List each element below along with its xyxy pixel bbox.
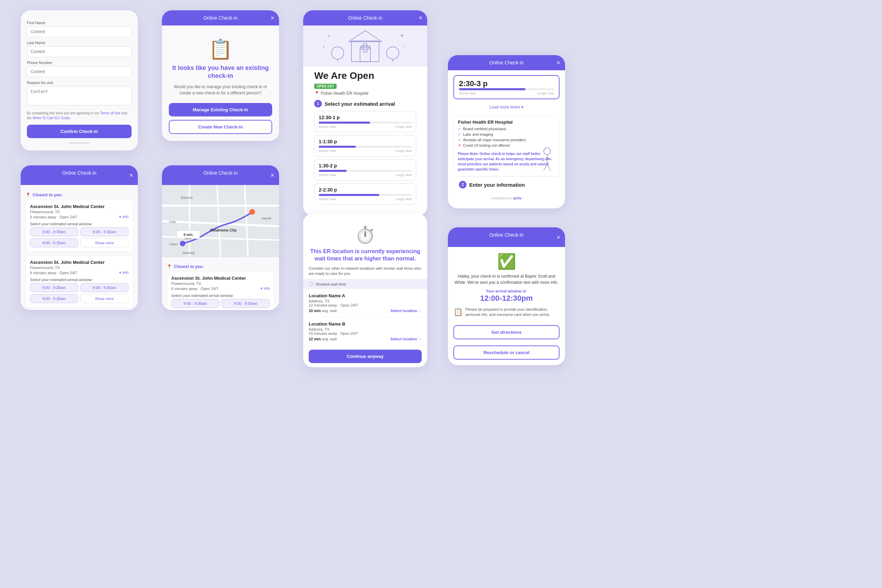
confirm-close-button[interactable]: × xyxy=(556,234,560,241)
arrival-section: 1 Select your estimated arrival 12:30-1 … xyxy=(309,100,422,212)
close-button[interactable]: × xyxy=(270,15,274,22)
loc2-meta: 6 minutes away Open 24/7 ▾ info xyxy=(30,270,129,275)
check-icon-2: ✓ xyxy=(458,132,461,137)
loc2-info-link[interactable]: ▾ info xyxy=(119,270,129,275)
confirm-header-title: Online Check-in xyxy=(489,232,524,238)
svg-text:travel: travel xyxy=(184,237,192,240)
time-row-3[interactable]: 1:30-2 p Shorter Wait Longer Wait xyxy=(314,159,416,180)
open-hospital: 📍 Fisher Health ER Hospital xyxy=(309,91,422,100)
times-close-button[interactable]: × xyxy=(556,59,560,66)
selected-time-box: 2:30-3 p Shorter Wait Longer Wait xyxy=(453,75,560,99)
locations-card: Online Check-in POWERED BY ARRIV × 📍 Clo… xyxy=(21,165,138,310)
create-new-button[interactable]: Create New Check-in xyxy=(169,120,272,134)
time-label-2: 1-1:30 p xyxy=(319,139,412,144)
loc1-slot-1[interactable]: 9:00 - 9:30am xyxy=(30,227,78,236)
confirm-checkin-button[interactable]: Confirm Check-in xyxy=(27,125,132,138)
confirm-text: Hailey, your check-in is confirmed at Ba… xyxy=(453,273,560,285)
map-close-button[interactable]: × xyxy=(270,171,274,179)
time-row-4[interactable]: 2-2:30 p Shorter Wait Longer Wait xyxy=(314,183,416,205)
open-title: We Are Open xyxy=(309,67,422,82)
location-item-2: Ascension St. John Medical Center Flower… xyxy=(26,255,133,308)
last-name-label: Last Name xyxy=(27,40,132,45)
card-header: Online Check-in × xyxy=(162,10,279,26)
map-location-item: Ascension St. John Medical Center Flower… xyxy=(167,271,274,310)
last-name-input[interactable] xyxy=(27,46,132,57)
nurse-illustration: + xyxy=(538,147,556,172)
wait-loc-b-name: Location Name B xyxy=(309,321,422,327)
arrival-step: 1 Select your estimated arrival xyxy=(314,100,416,108)
form-card: First Name Last Name Phone Number Reason… xyxy=(21,10,138,150)
map-arrival-label: Select your estimated arrival window: xyxy=(171,294,270,298)
loc2-slot-3[interactable]: 9:00 - 9:30am xyxy=(30,294,78,303)
first-name-input[interactable] xyxy=(27,26,132,37)
loc1-slot-3[interactable]: 9:00 - 9:30am xyxy=(30,238,78,248)
open-header: Online Check-in × xyxy=(303,10,427,26)
longer-wait-1: Longer Wait xyxy=(395,125,412,129)
svg-point-8 xyxy=(249,209,255,214)
map-slot-2[interactable]: 9:00 - 9:30am xyxy=(222,299,270,308)
time-label-4: 2-2:30 p xyxy=(319,187,412,192)
cross-icon-4: ✕ xyxy=(458,143,461,148)
agreement-text: By completing this form you are agreeing… xyxy=(27,111,132,120)
we-are-open-card: Online Check-in × + ✦ ✦ + We Are Open OP… xyxy=(303,10,427,216)
powered-by-loc: POWERED BY ARRIV xyxy=(61,176,98,180)
hospital-info-name: Fisher Health ER Hospital xyxy=(458,120,555,125)
header-title-loc: Online Check-in xyxy=(62,170,96,176)
map-slot-1[interactable]: 9:00 - 9:30am xyxy=(171,299,219,308)
longer-wait-sel: Longer Wait xyxy=(537,92,554,95)
step-num-2: 2 xyxy=(459,181,466,188)
loc2-slot-1[interactable]: 9:00 - 9:30am xyxy=(30,283,78,292)
time-row-1[interactable]: 12:30-1 p Shorter Wait Longer Wait xyxy=(314,111,416,132)
note-icon: 📋 xyxy=(453,307,463,318)
continue-button[interactable]: Continue anyway xyxy=(309,350,422,363)
svg-text:+: + xyxy=(327,33,330,39)
map-loc-name: Ascension St. John Medical Center xyxy=(171,276,270,281)
map-time-slots: 9:00 - 9:30am 9:00 - 9:30am 9:00 - 9:30a… xyxy=(171,299,270,310)
loc2-show-more[interactable]: Show more xyxy=(80,294,129,303)
911-link[interactable]: When To Call 911 Guide. xyxy=(33,116,71,120)
confirm-header: Online Check-in POWERED BY ARRIV × xyxy=(448,227,565,247)
open-close-button[interactable]: × xyxy=(418,15,422,22)
wait-loc-a-actions: 10 min avg. wait Select location → xyxy=(309,309,422,313)
longer-wait-4: Longer Wait xyxy=(395,197,412,201)
loc1-show-more[interactable]: Show more xyxy=(80,238,129,248)
map-loc-city: Flowermound, TX xyxy=(171,281,270,285)
confirmation-card: Online Check-in POWERED BY ARRIV × ✅ Hai… xyxy=(448,227,565,365)
phone-input[interactable] xyxy=(27,66,132,77)
svg-line-34 xyxy=(547,158,552,160)
svg-marker-22 xyxy=(349,31,382,42)
svg-text:+: + xyxy=(403,45,405,49)
time-row-2[interactable]: 1-1:30 p Shorter Wait Longer Wait xyxy=(314,135,416,156)
manage-existing-button[interactable]: Manage Existing Check-in xyxy=(169,103,272,116)
longer-wait-3: Longer Wait xyxy=(395,173,412,177)
get-directions-button[interactable]: Get directions xyxy=(453,325,560,339)
first-name-label: First Name xyxy=(27,21,132,25)
wait-loc-b-meta: 10 minutes away Open 24/7 xyxy=(309,332,422,336)
wait-loc-b-actions: 12 min avg. wait Select location → xyxy=(309,337,422,341)
enter-info-section: 2 Enter your information xyxy=(453,176,560,192)
loc1-slot-2[interactable]: 9:00 - 9:30am xyxy=(80,227,129,236)
select-loc-a[interactable]: Select location → xyxy=(390,309,422,313)
arrival-section-title: Select your estimated arrival xyxy=(324,101,395,107)
time-label-1: 12:30-1 p xyxy=(319,115,412,120)
location-item-1: Ascension St. John Medical Center Flower… xyxy=(26,200,133,252)
svg-text:Oklahoma City: Oklahoma City xyxy=(210,228,237,232)
reason-input[interactable] xyxy=(27,86,132,105)
close-button-loc[interactable]: × xyxy=(129,171,133,179)
reschedule-button[interactable]: Reschedule or cancel xyxy=(453,345,560,360)
map-closest-label: 📍 Closest to you: xyxy=(167,264,274,269)
terms-link[interactable]: Terms of Use xyxy=(100,111,121,115)
confirm-note: 📋 Please be prepared to provide your ide… xyxy=(453,307,560,318)
map-info-link[interactable]: ▾ info xyxy=(261,286,270,291)
select-loc-b[interactable]: Select location → xyxy=(390,337,422,341)
map-loc-meta: 6 minutes away Open 24/7 ▾ info xyxy=(171,286,270,291)
loc1-time-slots: 9:00 - 9:30am 9:00 - 9:30am 9:00 - 9:30a… xyxy=(30,227,129,248)
reason-label: Reason for visit xyxy=(27,81,132,85)
load-more-button[interactable]: Load more times ▾ xyxy=(453,103,560,112)
loc1-info-link[interactable]: ▾ info xyxy=(119,214,129,219)
svg-text:Yukon: Yukon xyxy=(169,243,177,246)
loc2-name: Ascension St. John Medical Center xyxy=(30,260,129,265)
loc2-slot-2[interactable]: 9:00 - 9:30am xyxy=(80,283,129,292)
svg-text:Tutte: Tutte xyxy=(169,220,176,224)
time-label-3: 1:30-2 p xyxy=(319,163,412,168)
